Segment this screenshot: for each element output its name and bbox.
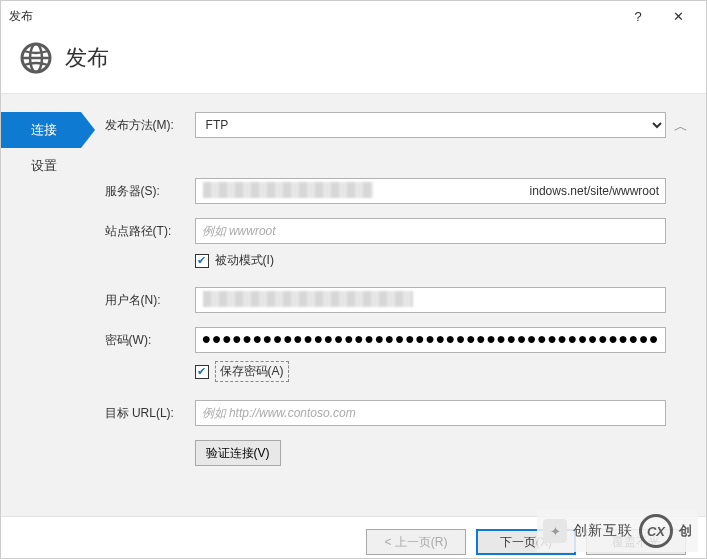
window-title: 发布 (9, 8, 618, 25)
sidebar: 连接 设置 (1, 94, 81, 516)
sitepath-label: 站点路径(T): (105, 223, 195, 240)
watermark-overlay: ✦ 创新互联 CX 创 (537, 510, 698, 552)
passive-mode-label: 被动模式(I) (215, 252, 274, 269)
wechat-icon: ✦ (543, 519, 567, 543)
dialog-title: 发布 (65, 43, 109, 73)
save-password-checkbox[interactable] (195, 365, 209, 379)
passive-mode-checkbox[interactable] (195, 254, 209, 268)
brand-logo-icon: CX (639, 514, 673, 548)
username-blurred-region (203, 291, 413, 307)
collapse-chevron-icon[interactable]: ︿ (674, 118, 688, 136)
password-label: 密码(W): (105, 332, 195, 349)
username-label: 用户名(N): (105, 292, 195, 309)
dialog-body: 连接 设置 ︿ 发布方法(M): FTP 服务器(S): (1, 93, 706, 517)
sidebar-item-settings[interactable]: 设置 (1, 148, 81, 184)
publish-method-label: 发布方法(M): (105, 117, 195, 134)
titlebar: 发布 ? ✕ (1, 1, 706, 31)
publish-method-select[interactable]: FTP (195, 112, 666, 138)
watermark-text: 创新互联 (573, 522, 633, 540)
validate-connection-button[interactable]: 验证连接(V) (195, 440, 281, 466)
sidebar-item-connection[interactable]: 连接 (1, 112, 81, 148)
password-input[interactable]: ●●●●●●●●●●●●●●●●●●●●●●●●●●●●●●●●●●●●●●●●… (195, 327, 666, 353)
server-blurred-region (203, 182, 373, 198)
save-password-label: 保存密码(A) (215, 361, 289, 382)
sitepath-input[interactable] (195, 218, 666, 244)
close-button[interactable]: ✕ (658, 9, 698, 24)
dialog-header: 发布 (1, 31, 706, 93)
globe-icon (19, 41, 53, 75)
desturl-label: 目标 URL(L): (105, 405, 195, 422)
prev-button: < 上一页(R) (366, 529, 466, 555)
brand-logo-text: 创 (679, 522, 692, 540)
publish-dialog: 发布 ? ✕ 发布 连接 设置 ︿ 发布方法(M): FTP 服 (0, 0, 707, 559)
help-button[interactable]: ? (618, 9, 658, 24)
desturl-input[interactable] (195, 400, 666, 426)
form-panel: ︿ 发布方法(M): FTP 服务器(S): 站点路径(T): (81, 94, 706, 516)
server-label: 服务器(S): (105, 183, 195, 200)
